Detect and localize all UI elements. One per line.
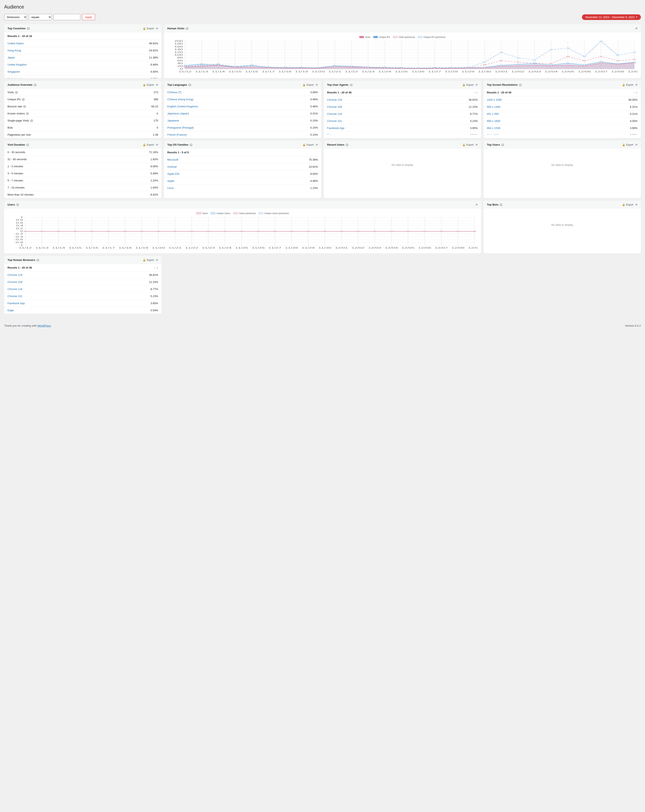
row-name[interactable]: Edge (327, 134, 333, 134)
row-name[interactable]: Chinese (T) (167, 91, 182, 94)
row-name[interactable]: Portuguese (Portugal) (167, 126, 194, 129)
row-name[interactable]: United Kingdom (8, 63, 27, 66)
refresh-icon[interactable]: ⟳ (636, 84, 637, 86)
refresh-icon[interactable]: ⟳ (475, 143, 478, 146)
help-icon[interactable]: ? (501, 143, 504, 146)
row-name[interactable]: 851 x 393 (487, 112, 499, 116)
lock-icon: 🔒 (622, 84, 625, 86)
help-icon[interactable]: ? (22, 98, 25, 101)
row-name[interactable]: 1920 x 1080 (487, 98, 502, 101)
svg-point-188 (617, 64, 619, 65)
row-name[interactable]: United States (8, 42, 24, 45)
row-name[interactable]: Microsoft (167, 158, 178, 161)
row-name[interactable]: Chrome 109 (8, 281, 23, 284)
row-name[interactable]: 844 x 390 (487, 134, 499, 134)
help-icon[interactable]: ? (30, 119, 33, 122)
row-name[interactable]: 900 x 1440 (487, 105, 500, 108)
refresh-icon[interactable]: ⟳ (636, 143, 637, 146)
row-name[interactable]: Netherlands (8, 77, 22, 78)
row-name[interactable]: Singapore (8, 70, 20, 73)
apply-button[interactable]: Apply (82, 14, 95, 20)
row-name[interactable]: Chrome 101 (327, 119, 342, 122)
help-icon[interactable]: ? (190, 143, 193, 146)
next-page-icon[interactable]: › (154, 266, 155, 269)
export-button[interactable]: 🔒Export (303, 84, 314, 86)
refresh-icon[interactable]: ⟳ (156, 27, 158, 30)
export-button[interactable]: 🔒Export (143, 27, 154, 30)
export-button[interactable]: 🔒Export (462, 84, 474, 86)
help-icon[interactable]: ? (186, 27, 188, 30)
refresh-icon[interactable]: ⟳ (636, 203, 637, 206)
row-name[interactable]: Japanese (Japan) (167, 112, 189, 115)
row-name[interactable]: Chinese (Hong Kong) (167, 98, 193, 101)
wordpress-link[interactable]: WordPress (37, 324, 51, 327)
operator-select[interactable]: equals (29, 14, 52, 20)
refresh-icon[interactable]: ⟳ (475, 84, 478, 86)
help-icon[interactable]: ? (350, 84, 353, 86)
row-name[interactable]: Chrome 118 (327, 112, 342, 116)
row-name[interactable]: Edge (8, 309, 14, 312)
export-button[interactable]: 🔒Export (143, 143, 154, 146)
export-button[interactable]: 🔒Export (143, 84, 154, 86)
row-name[interactable]: Chrome 101 (8, 295, 23, 298)
help-icon[interactable]: ? (16, 203, 19, 206)
row-name[interactable]: Chrome 109 (327, 105, 342, 108)
next-page-icon[interactable]: › (474, 91, 475, 94)
export-button[interactable]: 🔒Export (622, 84, 633, 86)
row-name[interactable]: Hong Kong (8, 49, 21, 52)
row-name[interactable]: Japanese (167, 119, 179, 122)
row-name[interactable]: Linux (167, 186, 174, 189)
help-icon[interactable]: ? (188, 84, 191, 86)
row-name[interactable]: Apple iOS (167, 172, 180, 176)
help-icon[interactable]: ? (500, 203, 503, 206)
row-name[interactable]: Facebook App (8, 302, 25, 305)
row-value: 1.69% (150, 77, 158, 78)
last-page-icon[interactable]: » (476, 91, 478, 94)
last-page-icon[interactable]: » (636, 91, 637, 94)
row-name[interactable]: Japan (8, 56, 15, 59)
help-icon[interactable]: ? (26, 143, 29, 146)
row-name[interactable]: Android (167, 165, 177, 168)
export-button[interactable]: 🔒Export (303, 143, 314, 146)
help-icon[interactable]: ? (37, 259, 39, 261)
last-page-icon[interactable]: » (157, 266, 158, 269)
row-name[interactable]: English (United Kingdom) (167, 105, 198, 108)
export-button[interactable]: 🔒Export (622, 143, 633, 146)
help-icon[interactable]: ? (345, 143, 348, 146)
row-name[interactable]: 864 x 1536 (487, 127, 500, 130)
refresh-icon[interactable]: ⟳ (156, 259, 158, 261)
refresh-icon[interactable]: ⟳ (156, 84, 158, 86)
help-icon[interactable]: ? (26, 112, 29, 115)
row-name[interactable]: Chrome 119 (327, 98, 342, 101)
row-value: 4.31% (630, 112, 637, 116)
page-title: Audience (4, 4, 641, 10)
dimension-select[interactable]: Dimension (4, 14, 27, 20)
panel-users-chart: Users? ⟳ UsersUnique UsersUsers (previou… (4, 201, 481, 253)
refresh-icon[interactable]: ⟳ (316, 143, 318, 146)
panel-title-label: Audience Overview (8, 83, 32, 86)
refresh-icon[interactable]: ⟳ (475, 203, 478, 206)
row-name[interactable]: Apple (167, 179, 174, 182)
export-button[interactable]: 🔒Export (462, 143, 474, 146)
help-icon[interactable]: ? (34, 84, 37, 86)
refresh-icon[interactable]: ⟳ (316, 84, 318, 86)
row-name[interactable]: 900 x 1600 (487, 119, 500, 122)
refresh-icon[interactable]: ⟳ (636, 27, 637, 30)
row-name[interactable]: Chrome 119 (8, 273, 23, 276)
export-button[interactable]: 🔒Export (143, 259, 154, 261)
help-icon[interactable]: ? (27, 27, 30, 30)
help-icon[interactable]: ? (23, 105, 26, 108)
row-name[interactable]: Chrome 118 (8, 287, 23, 291)
filter-value-input[interactable] (53, 14, 80, 20)
help-icon[interactable]: ? (15, 91, 18, 94)
date-range-picker[interactable]: November 12, 2023 – December 9, 2023 (582, 14, 641, 20)
next-page-icon[interactable]: › (634, 91, 634, 94)
svg-point-170 (317, 68, 319, 69)
row-name[interactable]: Facebook App (327, 127, 344, 130)
row-name[interactable]: French (France) (167, 133, 186, 136)
export-button[interactable]: 🔒Export (622, 203, 633, 206)
svg-point-99 (533, 60, 536, 60)
refresh-icon[interactable]: ⟳ (156, 143, 158, 146)
svg-point-356 (91, 231, 93, 232)
help-icon[interactable]: ? (519, 84, 522, 86)
